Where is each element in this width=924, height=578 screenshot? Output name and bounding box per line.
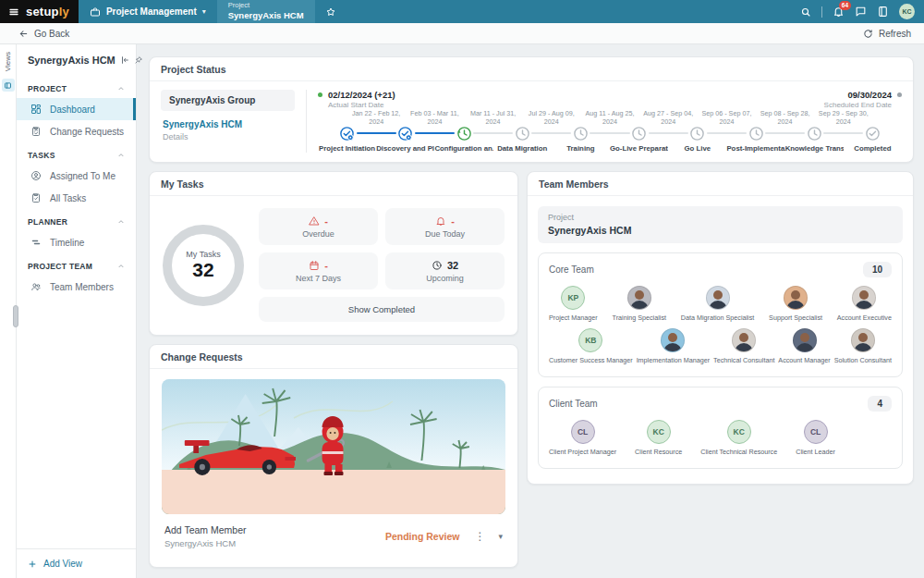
chat-icon[interactable] bbox=[855, 6, 867, 18]
panel-resize-handle[interactable] bbox=[13, 305, 18, 327]
sidebar-item-timeline[interactable]: Timeline bbox=[17, 231, 136, 253]
project-management-menu[interactable]: Project Management ▾ bbox=[79, 0, 217, 23]
stat-card-upcoming[interactable]: 32Upcoming bbox=[385, 252, 505, 289]
briefcase-icon bbox=[90, 6, 101, 18]
phase-name: Training bbox=[552, 144, 610, 153]
phase-name: Post-Implementa... bbox=[726, 144, 784, 153]
member-role-label: Solution Consultant bbox=[834, 356, 892, 364]
phase-icon-row bbox=[552, 126, 610, 141]
project-selector[interactable]: Project SynergyAxis HCM bbox=[538, 206, 903, 243]
dashboard-grid-icon bbox=[30, 104, 42, 115]
team-member[interactable]: Account Manager bbox=[778, 328, 830, 364]
views-rail-label: Views bbox=[4, 52, 12, 71]
sidebar-section-header[interactable]: TASKS bbox=[17, 142, 136, 165]
avatar bbox=[851, 328, 875, 352]
sidebar-item-team-members[interactable]: Team Members bbox=[17, 276, 136, 298]
avatar bbox=[706, 286, 730, 310]
member-role-label: Client Resource bbox=[635, 448, 682, 456]
go-back-button[interactable]: Go Back bbox=[18, 29, 69, 39]
tab-project-synergyaxis[interactable]: Project SynergyAxis HCM bbox=[217, 0, 315, 23]
stat-value-row: - bbox=[391, 215, 499, 227]
avatar: KC bbox=[647, 420, 671, 444]
team-member[interactable]: Account Executive bbox=[837, 286, 892, 322]
sidebar-item-label: Timeline bbox=[50, 238, 84, 248]
chevron-up-icon bbox=[117, 263, 125, 270]
sidebar: SynergyAxis HCM PROJECTDashboardChange R… bbox=[17, 44, 137, 578]
sidebar-section-header[interactable]: PLANNER bbox=[17, 209, 136, 231]
group-name: SynergyAxis Group bbox=[161, 90, 295, 111]
phase-icon-row bbox=[493, 126, 552, 141]
show-completed-button[interactable]: Show Completed bbox=[259, 297, 505, 322]
pending-phase-icon bbox=[807, 126, 822, 141]
team-member[interactable]: KPProject Manager bbox=[549, 286, 598, 322]
client-team-card: Client Team 4 CLClient Project ManagerKC… bbox=[538, 387, 903, 469]
member-role-label: Account Executive bbox=[837, 314, 892, 322]
sidebar-section-header[interactable]: PROJECT bbox=[17, 76, 136, 98]
team-member[interactable]: CLClient Project Manager bbox=[549, 420, 616, 456]
team-member[interactable]: Support Specialist bbox=[769, 286, 822, 322]
sidebar-header: SynergyAxis HCM bbox=[17, 44, 136, 74]
stat-label: Overdue bbox=[264, 229, 372, 239]
stat-card-overdue[interactable]: -Overdue bbox=[259, 208, 378, 245]
sidebar-item-all-tasks[interactable]: All Tasks bbox=[17, 187, 136, 209]
phase-icon-row bbox=[376, 126, 434, 141]
sidebar-section-label: TASKS bbox=[28, 151, 55, 160]
team-member[interactable]: Solution Consultant bbox=[834, 328, 892, 364]
team-member[interactable]: KCClient Resource bbox=[635, 420, 682, 456]
team-member[interactable]: Data Migration Specialist bbox=[681, 286, 755, 322]
project-timeline: 02/12/2024 (+21) Actual Start Date 09/30… bbox=[307, 90, 902, 153]
phase-dates: Aug 11 - Aug 25, 2024 bbox=[580, 110, 638, 126]
favorite-star-icon[interactable] bbox=[315, 0, 346, 23]
project-management-label: Project Management bbox=[106, 6, 197, 17]
phase-project-initiation[interactable]: Jan 22 - Feb 12, 2024Project Initiation bbox=[318, 110, 376, 153]
collapse-sidebar-icon[interactable] bbox=[120, 55, 129, 65]
user-avatar[interactable]: KC bbox=[899, 4, 915, 19]
add-view-button[interactable]: Add View bbox=[17, 548, 136, 578]
task-clipboard-icon bbox=[30, 192, 42, 203]
sidebar-item-dashboard[interactable]: Dashboard bbox=[17, 98, 136, 120]
team-member[interactable]: CLClient Leader bbox=[796, 420, 835, 456]
member-role-label: Implementation Manager bbox=[637, 356, 711, 364]
stat-value: - bbox=[451, 215, 455, 227]
change-request-illustration bbox=[162, 379, 505, 514]
clock-icon bbox=[432, 260, 443, 271]
phase-icon-row bbox=[785, 126, 844, 141]
sidebar-item-label: Dashboard bbox=[50, 105, 95, 115]
project-name-link[interactable]: SynergyAxis HCM bbox=[161, 119, 295, 129]
phase-track: Jan 22 - Feb 12, 2024Project InitiationF… bbox=[318, 110, 902, 153]
team-member[interactable]: Implementation Manager bbox=[637, 328, 711, 364]
setuply-logo[interactable]: setuply bbox=[26, 5, 69, 18]
sidebar-item-change-requests[interactable]: Change Requests bbox=[17, 120, 136, 142]
team-member[interactable]: KBCustomer Success Manager bbox=[549, 328, 633, 364]
sidebar-item-assigned-to-me[interactable]: Assigned To Me bbox=[17, 165, 136, 187]
member-role-label: Client Leader bbox=[796, 448, 835, 456]
sidebar-item-label: All Tasks bbox=[50, 193, 86, 203]
project-value: SynergyAxis HCM bbox=[548, 225, 893, 236]
chevron-down-icon[interactable]: ▾ bbox=[498, 532, 503, 541]
core-team-label: Core Team bbox=[549, 264, 594, 275]
pending-phase-icon bbox=[748, 126, 764, 141]
notebook-icon[interactable] bbox=[877, 6, 889, 18]
member-role-label: Technical Consultant bbox=[713, 356, 774, 364]
search-icon[interactable] bbox=[800, 6, 811, 18]
team-member[interactable]: Technical Consultant bbox=[713, 328, 774, 364]
kebab-menu-icon[interactable]: ⋮ bbox=[474, 530, 485, 543]
sidebar-section-label: PROJECT TEAM bbox=[28, 262, 92, 271]
plus-icon bbox=[28, 560, 37, 569]
phase-icon-row bbox=[610, 126, 668, 141]
team-member[interactable]: KCClient Technical Resource bbox=[700, 420, 777, 456]
avatar: CL bbox=[804, 420, 828, 444]
notifications-bell-icon[interactable]: 64 bbox=[833, 6, 845, 18]
refresh-button[interactable]: Refresh bbox=[863, 29, 911, 39]
hamburger-menu-icon[interactable] bbox=[8, 6, 19, 18]
scheduled-end-date: 09/30/2024 Scheduled End Date bbox=[824, 90, 902, 109]
change-request-row[interactable]: Add Team Member SynergyAxis HCM Pending … bbox=[162, 514, 505, 563]
stat-card-due-today[interactable]: -Due Today bbox=[385, 208, 505, 245]
details-link[interactable]: Details bbox=[161, 132, 295, 141]
refresh-icon bbox=[863, 29, 873, 39]
stat-card-next-7-days[interactable]: -Next 7 Days bbox=[259, 252, 378, 289]
team-member[interactable]: Training Specialist bbox=[613, 286, 666, 322]
phase-dates: Sep 08 - Sep 28, 2024 bbox=[756, 110, 814, 126]
sidebar-layout-icon[interactable] bbox=[2, 79, 15, 92]
sidebar-section-header[interactable]: PROJECT TEAM bbox=[17, 253, 136, 276]
